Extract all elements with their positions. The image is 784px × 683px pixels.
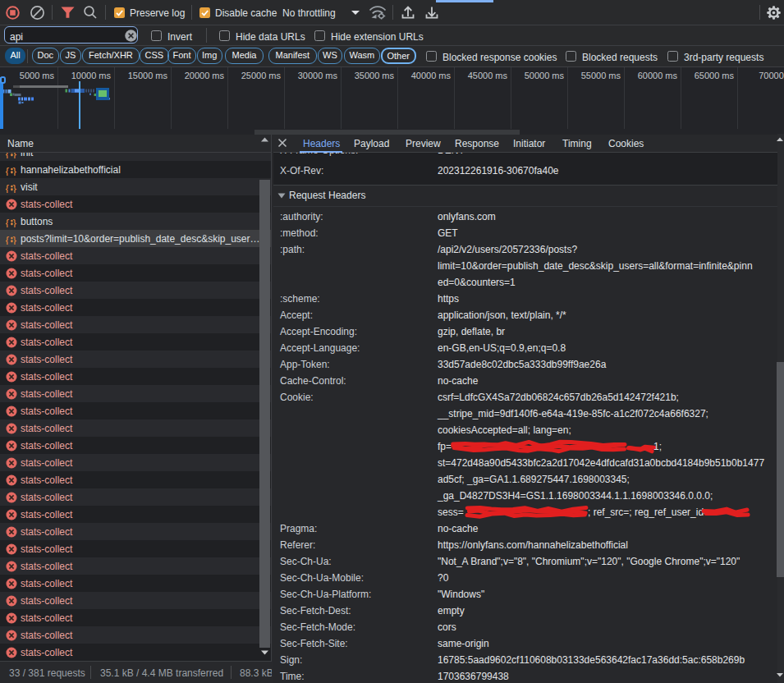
svg-text:{: {	[6, 216, 10, 227]
svg-text:}: }	[13, 233, 17, 245]
svg-text:}: }	[13, 153, 17, 158]
svg-text:{: {	[6, 153, 10, 158]
svg-text:{: {	[6, 181, 10, 193]
svg-text:}: }	[13, 164, 17, 176]
svg-text:{: {	[6, 233, 10, 245]
svg-text:}: }	[13, 181, 17, 193]
svg-text:{: {	[6, 164, 10, 176]
svg-text:}: }	[13, 216, 17, 227]
